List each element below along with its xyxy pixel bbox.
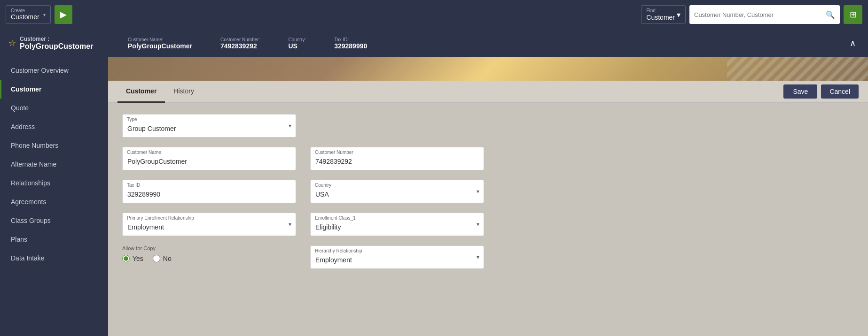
search-icon[interactable]: 🔍 xyxy=(826,10,835,19)
primary-enrollment-label: Primary Enrollment Relationship xyxy=(127,215,194,221)
form-row-enrollment: Primary Enrollment Relationship Employme… xyxy=(122,213,854,236)
sidebar-item-customer-overview[interactable]: Customer Overview xyxy=(0,61,108,80)
search-input[interactable] xyxy=(694,11,822,18)
type-field: Type Group Customer ▾ xyxy=(122,114,296,137)
allow-copy-field: Allow for Copy Yes No xyxy=(122,245,296,269)
sidebar-item-class-groups[interactable]: Class Groups xyxy=(0,211,108,230)
content-area: Customer History Save Cancel Type Group … xyxy=(108,57,868,336)
sidebar: Customer Overview Customer Quote Address… xyxy=(0,57,108,336)
sidebar-label-plans: Plans xyxy=(11,236,27,243)
header-fields: Customer Name: PolyGroupCustomer Custome… xyxy=(128,37,846,50)
tax-id-label: Tax ID xyxy=(127,183,140,188)
enrollment-class-label: Enrollment Class_1 xyxy=(315,215,356,221)
tab-history[interactable]: History xyxy=(165,81,203,103)
tax-id-input[interactable] xyxy=(122,180,296,203)
create-chevron-icon: ▾ xyxy=(43,12,46,17)
find-chevron-icon: ▾ xyxy=(677,10,680,19)
header-customer-name: Customer Name: PolyGroupCustomer xyxy=(128,37,192,50)
search-bar: 🔍 xyxy=(689,5,840,24)
form-area: Type Group Customer ▾ Customer Name Cust… xyxy=(108,103,868,290)
sidebar-label-phone-numbers: Phone Numbers xyxy=(11,142,58,149)
find-section: Find Customer ▾ 🔍 ⊞ xyxy=(641,5,862,24)
radio-yes-label: Yes xyxy=(133,255,143,262)
banner-area xyxy=(108,57,868,81)
tax-id-field: Tax ID xyxy=(122,180,296,203)
sidebar-label-class-groups: Class Groups xyxy=(11,217,51,224)
country-select[interactable]: USA xyxy=(310,180,484,203)
customer-colon-label: Customer : xyxy=(20,36,114,42)
customer-number-label: Customer Number xyxy=(315,150,353,155)
sidebar-item-data-intake[interactable]: Data Intake xyxy=(0,249,108,267)
country-field: Country USA ▾ xyxy=(310,180,484,203)
sidebar-item-customer[interactable]: Customer xyxy=(0,80,108,99)
tab-customer[interactable]: Customer xyxy=(117,81,165,103)
report-button[interactable]: ⊞ xyxy=(844,5,862,24)
action-buttons: Save Cancel xyxy=(783,84,859,99)
header-customer-number-value: 7492839292 xyxy=(220,42,260,50)
tab-history-label: History xyxy=(173,87,194,95)
form-row-copy-hierarchy: Allow for Copy Yes No xyxy=(122,245,854,269)
sidebar-label-agreements: Agreements xyxy=(11,198,46,206)
sidebar-item-agreements[interactable]: Agreements xyxy=(0,192,108,211)
radio-yes-input[interactable] xyxy=(122,255,130,262)
sidebar-label-alternate-name: Alternate Name xyxy=(11,160,56,168)
sidebar-label-relationships: Relationships xyxy=(11,179,50,187)
find-label: Find xyxy=(646,8,675,13)
customer-title-block: Customer : PolyGroupCustomer xyxy=(20,36,114,51)
hierarchy-label: Hierarchy Relationship xyxy=(315,248,362,253)
header-country: Country: US xyxy=(288,37,306,50)
star-icon[interactable]: ☆ xyxy=(8,38,16,48)
hierarchy-wrapper: Hierarchy Relationship Employment ▾ xyxy=(310,245,484,269)
save-button[interactable]: Save xyxy=(783,84,817,99)
radio-no-option[interactable]: No xyxy=(153,255,172,262)
find-type: Customer xyxy=(646,14,675,21)
sidebar-label-customer: Customer xyxy=(11,85,41,93)
create-type: Customer xyxy=(11,13,39,21)
tab-bar: Customer History Save Cancel xyxy=(108,81,868,103)
enrollment-class-field: Enrollment Class_1 Eligibility ▾ xyxy=(310,213,484,236)
sidebar-label-address: Address xyxy=(11,123,35,130)
form-row-tax-country: Tax ID Country USA ▾ xyxy=(122,180,854,203)
type-label: Type xyxy=(127,117,137,122)
form-row-type: Type Group Customer ▾ xyxy=(122,114,854,137)
sidebar-item-plans[interactable]: Plans xyxy=(0,230,108,249)
header-country-value: US xyxy=(288,42,306,50)
sidebar-item-quote[interactable]: Quote xyxy=(0,99,108,117)
sidebar-item-relationships[interactable]: Relationships xyxy=(0,174,108,192)
header-tax-id-value: 329289990 xyxy=(334,42,367,50)
sidebar-label-data-intake: Data Intake xyxy=(11,254,45,262)
report-icon: ⊞ xyxy=(850,9,857,20)
hierarchy-field: Hierarchy Relationship Employment ▾ xyxy=(310,245,484,269)
sidebar-item-alternate-name[interactable]: Alternate Name xyxy=(0,155,108,174)
sidebar-label-quote: Quote xyxy=(11,104,29,112)
allow-copy-section: Allow for Copy Yes No xyxy=(122,245,296,262)
customer-name-label: Customer Name xyxy=(127,150,161,155)
customer-name-header: PolyGroupCustomer xyxy=(20,42,114,51)
enrollment-class-wrapper: Enrollment Class_1 Eligibility ▾ xyxy=(310,213,484,236)
radio-group: Yes No xyxy=(122,255,296,262)
radio-no-input[interactable] xyxy=(153,255,160,262)
customer-name-field: Customer Name xyxy=(122,147,296,170)
primary-enrollment-wrapper: Primary Enrollment Relationship Employme… xyxy=(122,213,296,236)
primary-enrollment-field: Primary Enrollment Relationship Employme… xyxy=(122,213,296,236)
type-select-wrapper: Type Group Customer ▾ xyxy=(122,114,296,137)
go-button[interactable]: ▶ xyxy=(55,5,72,24)
create-dropdown[interactable]: Create Customer ▾ xyxy=(6,5,51,24)
cancel-button[interactable]: Cancel xyxy=(821,84,859,99)
header-customer-number-label: Customer Number: xyxy=(220,37,260,42)
header-tax-id-label: Tax ID: xyxy=(334,37,367,42)
radio-no-label: No xyxy=(163,255,172,262)
create-label: Create xyxy=(11,8,39,13)
header-country-label: Country: xyxy=(288,37,306,42)
sidebar-item-address[interactable]: Address xyxy=(0,117,108,136)
top-navigation: Create Customer ▾ ▶ Find Customer ▾ 🔍 ⊞ xyxy=(0,0,868,29)
sidebar-label-customer-overview: Customer Overview xyxy=(11,67,69,74)
type-select[interactable]: Group Customer xyxy=(122,114,296,137)
find-dropdown[interactable]: Find Customer ▾ xyxy=(641,5,686,24)
country-select-wrapper: Country USA ▾ xyxy=(310,180,484,203)
main-container: Customer Overview Customer Quote Address… xyxy=(0,57,868,336)
sidebar-item-phone-numbers[interactable]: Phone Numbers xyxy=(0,136,108,155)
collapse-button[interactable]: ∧ xyxy=(846,36,860,50)
radio-yes-option[interactable]: Yes xyxy=(122,255,143,262)
customer-number-field: Customer Number xyxy=(310,147,484,170)
